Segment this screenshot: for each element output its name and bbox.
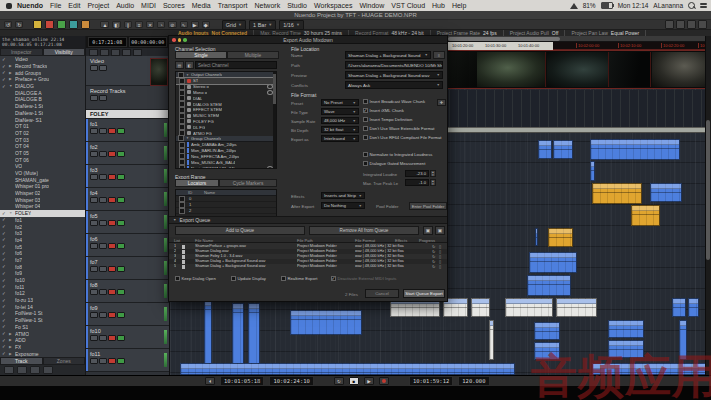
- footer-checkbox-keep-dialog-open[interactable]: Keep Dialog Open: [175, 276, 216, 281]
- checkbox-icon[interactable]: [231, 276, 236, 281]
- visibility-row-add[interactable]: ✓▶ADD: [0, 337, 85, 344]
- mute-button[interactable]: [90, 358, 98, 364]
- record-enable-button[interactable]: [108, 312, 116, 318]
- visibility-row-dialoge-a[interactable]: DIALOGE A: [0, 89, 85, 96]
- group-checkbox[interactable]: [178, 72, 184, 78]
- track-header-fo8[interactable]: fo8: [86, 280, 169, 303]
- visibility-row-ot-04[interactable]: OT 04: [0, 143, 85, 150]
- mute-button[interactable]: [90, 220, 98, 226]
- play-button[interactable]: ▶: [364, 377, 374, 385]
- menu-studio[interactable]: Studio: [287, 2, 307, 9]
- group-checkbox[interactable]: [178, 135, 184, 141]
- visibility-row-fo9[interactable]: ✓fo9: [0, 270, 85, 277]
- refresh-icon[interactable]: ↻: [432, 264, 435, 269]
- value-stepper[interactable]: ▲▼: [430, 179, 436, 186]
- solo-button[interactable]: [99, 151, 107, 157]
- visibility-row-fo12[interactable]: ✓fo12: [0, 290, 85, 297]
- mute-tool[interactable]: ⊘: [168, 21, 176, 28]
- solo-button[interactable]: [99, 312, 107, 318]
- tab-cycle-markers[interactable]: Cycle Markers: [219, 179, 277, 187]
- menu-vst-cloud[interactable]: VST Cloud: [391, 2, 425, 9]
- tab-locators[interactable]: Locators: [175, 179, 219, 187]
- visibility-row-whisper-02[interactable]: Whisper 02: [0, 190, 85, 197]
- redo-icon[interactable]: ↻: [15, 21, 23, 28]
- footer-checkbox-realtime-export[interactable]: Realtime Export: [281, 276, 317, 281]
- checkbox-icon[interactable]: [363, 126, 368, 131]
- zoom-icon[interactable]: [183, 38, 187, 42]
- menu-hub[interactable]: Hub: [432, 2, 445, 9]
- audio-event[interactable]: [672, 298, 686, 317]
- minimize-icon[interactable]: [178, 38, 182, 42]
- menu-edit[interactable]: Edit: [68, 2, 80, 9]
- checkbox-icon[interactable]: [363, 99, 368, 104]
- visibility-row-whisper-04[interactable]: Whisper 04: [0, 203, 85, 210]
- audio-event[interactable]: [529, 252, 577, 273]
- filter-icon[interactable]: [4, 366, 14, 374]
- mute-button[interactable]: [90, 151, 98, 157]
- visibility-row-record-tracks[interactable]: ✓▶Record Tracks: [0, 63, 85, 70]
- track-header-fo4[interactable]: fo4: [86, 188, 169, 211]
- state-red-button[interactable]: [45, 20, 54, 29]
- audio-event[interactable]: [631, 205, 660, 226]
- visibility-row-fo7[interactable]: ✓fo7: [0, 257, 85, 264]
- checkbox-icon[interactable]: [331, 276, 336, 281]
- add-to-queue-button[interactable]: Add to Queue: [175, 226, 305, 235]
- menu-audio[interactable]: Audio: [116, 2, 134, 9]
- lock-button[interactable]: [99, 65, 107, 71]
- sync-icon[interactable]: [43, 366, 53, 374]
- record-enable-button[interactable]: [108, 151, 116, 157]
- visibility-row-folnew-1-st[interactable]: ✓FolNew-1 St: [0, 317, 85, 324]
- dialog-title-bar[interactable]: Export Audio Mixdown: [169, 36, 447, 44]
- track-setup-icon[interactable]: [133, 49, 142, 56]
- track-header-fo5[interactable]: fo5: [86, 211, 169, 234]
- tab-single[interactable]: Single: [175, 51, 227, 59]
- track-agent-icon[interactable]: [111, 49, 120, 56]
- record-enable-button[interactable]: [108, 335, 116, 341]
- channel-checkbox[interactable]: [179, 165, 185, 169]
- remove-all-from-queue-button[interactable]: Remove All from Queue: [309, 226, 419, 235]
- position-display[interactable]: 10:01:59:12: [409, 376, 453, 386]
- color-tool[interactable]: ◆: [202, 21, 210, 28]
- state-yellow-button[interactable]: [33, 20, 42, 29]
- visibility-row-fo1[interactable]: ✓fo1: [0, 217, 85, 224]
- mute-button[interactable]: [90, 65, 98, 71]
- visibility-row-fo4[interactable]: ✓fo4: [0, 237, 85, 244]
- object-select-tool[interactable]: ▲: [100, 21, 109, 28]
- visibility-row-fo8[interactable]: ✓fo8: [0, 263, 85, 270]
- range-row-2[interactable]: 2: [176, 208, 276, 214]
- preset-dropdown[interactable]: No Preset▼: [321, 99, 359, 106]
- add-track-icon[interactable]: [89, 49, 98, 56]
- scroll-thumb[interactable]: [448, 37, 560, 41]
- solo-button[interactable]: [99, 266, 107, 272]
- visibility-row-ot-03[interactable]: OT 03: [0, 136, 85, 143]
- checkbox-icon[interactable]: [363, 161, 368, 166]
- monitor-button[interactable]: [117, 335, 125, 341]
- checkbox-don-t-use-wave-extensible-format[interactable]: Don't Use Wave Extensible Format: [363, 126, 434, 131]
- erase-tool[interactable]: ✕: [146, 21, 154, 28]
- scroll-thumb[interactable]: [706, 120, 710, 260]
- zoom-tool[interactable]: ◔: [157, 21, 165, 28]
- timecode-display-b[interactable]: 00:00:00:00: [129, 37, 168, 47]
- audio-event[interactable]: [590, 139, 680, 160]
- visibility-row-dianew-1-st[interactable]: DiaNew-1 St: [0, 103, 85, 110]
- quantize-dropdown[interactable]: 1/16▼: [279, 20, 304, 30]
- visibility-row-fo10[interactable]: ✓fo10: [0, 277, 85, 284]
- grid-type-dropdown[interactable]: Grid▼: [222, 20, 246, 30]
- monitor-button[interactable]: [117, 128, 125, 134]
- visibility-row-fo-lei-14[interactable]: ✓fo-lei 14: [0, 303, 85, 310]
- menu-workspaces[interactable]: Workspaces: [314, 2, 352, 9]
- timecode-display-a[interactable]: 0:17:21:08: [88, 37, 127, 47]
- cycle-button[interactable]: ↻: [334, 377, 344, 385]
- file-type-dropdown[interactable]: Wave▼: [321, 108, 359, 115]
- left-locator-display[interactable]: 10:01:05:18: [220, 376, 264, 386]
- audio-event[interactable]: [608, 340, 644, 358]
- sample-rate-dropdown[interactable]: 48,000 kHz▼: [321, 117, 359, 124]
- visibility-row-fo-s1[interactable]: ✓Fo S1: [0, 324, 85, 331]
- record-enable-button[interactable]: [108, 128, 116, 134]
- menu-scores[interactable]: Scores: [163, 2, 185, 9]
- glue-tool[interactable]: ≡: [135, 21, 143, 28]
- record-enable-button[interactable]: [108, 174, 116, 180]
- audio-event[interactable]: [534, 322, 560, 340]
- visibility-row-vo-mute-[interactable]: VO (Mute): [0, 170, 85, 177]
- visibility-row-fx[interactable]: ✓▶FX: [0, 344, 85, 351]
